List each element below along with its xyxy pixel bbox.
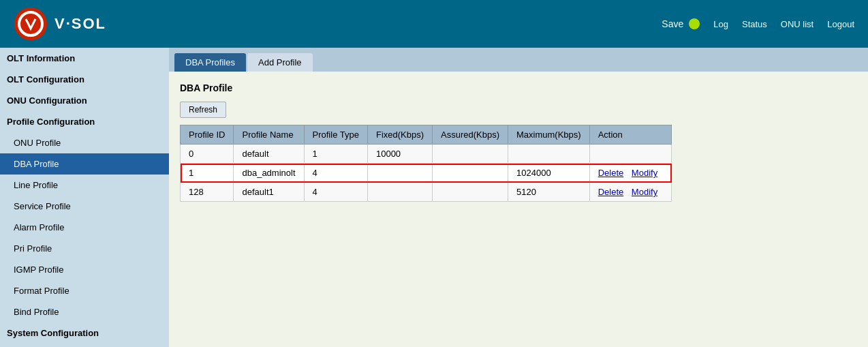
cell-profile-type: 4 — [304, 183, 367, 202]
cell-profile-name: default1 — [234, 183, 304, 202]
tab-add-profile[interactable]: Add Profile — [247, 53, 313, 72]
cell-maximum: 1024000 — [508, 164, 590, 183]
tab-bar: DBA Profiles Add Profile — [169, 48, 868, 72]
sidebar-item-igmp-profile[interactable]: IGMP Profile — [0, 259, 169, 280]
sidebar-item-pri-profile[interactable]: Pri Profile — [0, 238, 169, 259]
table-row: 1 dba_adminolt 4 1024000 Delete Modify — [181, 164, 672, 183]
tab-dba-profiles[interactable]: DBA Profiles — [174, 53, 246, 72]
table-row: 0 default 1 10000 — [181, 145, 672, 164]
col-maximum-kbps: Maximum(Kbps) — [508, 125, 590, 145]
page-title: DBA Profile — [180, 82, 857, 93]
cell-assured — [433, 164, 508, 183]
logo-text: V·SOL — [55, 15, 106, 33]
save-area: Save — [662, 18, 700, 29]
cell-profile-id: 1 — [181, 164, 234, 183]
nav-status[interactable]: Status — [742, 19, 767, 29]
modify-link-row1[interactable]: Modify — [632, 168, 657, 178]
refresh-button[interactable]: Refresh — [180, 102, 226, 118]
col-fixed-kbps: Fixed(Kbps) — [367, 125, 432, 145]
header-right: Save Log Status ONU list Logout — [662, 18, 854, 29]
cell-profile-type: 1 — [304, 145, 367, 164]
cell-action — [589, 145, 672, 164]
sidebar-item-alarm-profile[interactable]: Alarm Profile — [0, 217, 169, 238]
nav-logout[interactable]: Logout — [827, 19, 854, 29]
sidebar-item-format-profile[interactable]: Format Profile — [0, 280, 169, 301]
cell-profile-name: default — [234, 145, 304, 164]
save-label: Save — [662, 18, 683, 29]
cell-profile-id: 0 — [181, 145, 234, 164]
table-row: 128 default1 4 5120 Delete Modify — [181, 183, 672, 202]
cell-maximum — [508, 145, 590, 164]
table-body: 0 default 1 10000 1 dba_adminolt 4 — [181, 145, 672, 202]
layout: OLT Information OLT Configuration ONU Co… — [0, 48, 868, 347]
sidebar-item-system-configuration[interactable]: System Configuration — [0, 322, 169, 344]
col-action: Action — [589, 125, 672, 145]
cell-fixed — [367, 183, 432, 202]
nav-log[interactable]: Log — [713, 19, 728, 29]
cell-assured — [433, 145, 508, 164]
vsol-logo-icon — [14, 7, 48, 41]
header-nav: Log Status ONU list Logout — [713, 19, 854, 29]
cell-maximum: 5120 — [508, 183, 590, 202]
delete-link-row1[interactable]: Delete — [598, 168, 624, 178]
cell-action: Delete Modify — [589, 164, 672, 183]
main-content: DBA Profiles Add Profile DBA Profile Ref… — [169, 48, 868, 347]
col-profile-id: Profile ID — [181, 125, 234, 145]
sidebar-item-olt-configuration[interactable]: OLT Configuration — [0, 69, 169, 90]
cell-assured — [433, 183, 508, 202]
sidebar-item-onu-configuration[interactable]: ONU Configuration — [0, 90, 169, 111]
cell-action: Delete Modify — [589, 183, 672, 202]
table-header: Profile ID Profile Name Profile Type Fix… — [181, 125, 672, 145]
delete-link-row2[interactable]: Delete — [598, 187, 624, 197]
sidebar-item-service-profile[interactable]: Service Profile — [0, 196, 169, 217]
content-area: DBA Profile Refresh Profile ID Profile N… — [169, 72, 868, 213]
sidebar-item-dba-profile[interactable]: DBA Profile — [0, 153, 169, 175]
header: V·SOL Save Log Status ONU list Logout — [0, 0, 868, 48]
sidebar-item-bind-profile[interactable]: Bind Profile — [0, 301, 169, 322]
col-profile-name: Profile Name — [234, 125, 304, 145]
sidebar-item-onu-profile[interactable]: ONU Profile — [0, 132, 169, 153]
cell-fixed — [367, 164, 432, 183]
sidebar-item-olt-information[interactable]: OLT Information — [0, 48, 169, 69]
status-dot — [689, 18, 700, 29]
dba-profile-table: Profile ID Profile Name Profile Type Fix… — [180, 125, 672, 202]
sidebar-item-profile-configuration[interactable]: Profile Configuration — [0, 111, 169, 132]
modify-link-row2[interactable]: Modify — [632, 187, 657, 197]
cell-profile-name: dba_adminolt — [234, 164, 304, 183]
cell-fixed: 10000 — [367, 145, 432, 164]
cell-profile-id: 128 — [181, 183, 234, 202]
sidebar: OLT Information OLT Configuration ONU Co… — [0, 48, 169, 347]
col-profile-type: Profile Type — [304, 125, 367, 145]
logo-area: V·SOL — [14, 7, 106, 41]
col-assured-kbps: Assured(Kbps) — [433, 125, 508, 145]
nav-onu-list[interactable]: ONU list — [781, 19, 813, 29]
sidebar-item-line-profile[interactable]: Line Profile — [0, 175, 169, 196]
cell-profile-type: 4 — [304, 164, 367, 183]
